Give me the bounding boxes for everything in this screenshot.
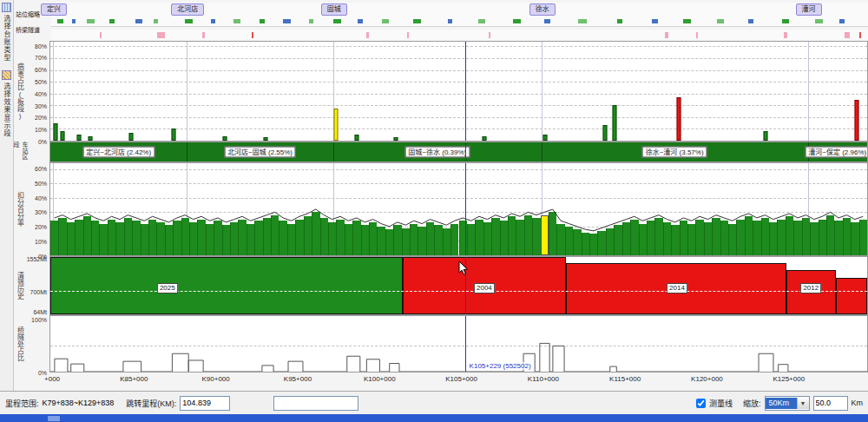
x-axis-row: +000K85+000K90+000K95+000K100+000K105+00…	[14, 373, 868, 388]
score-label-col: 扣分百分率	[14, 162, 26, 256]
gridline	[50, 94, 867, 95]
disease-bar	[263, 137, 267, 141]
station-tag[interactable]: 北河店	[171, 3, 204, 16]
measure-line[interactable]	[465, 163, 466, 255]
disease-bar	[222, 136, 227, 141]
x-axis-label: K115+000	[609, 375, 641, 383]
track-segment	[185, 19, 193, 23]
measure-line[interactable]	[465, 142, 466, 162]
bridge-y-axis: 0%100%	[26, 315, 49, 373]
disease-bar	[129, 133, 134, 141]
taskbar-app-icon[interactable]	[48, 416, 60, 421]
section-label: 徐水~漕河 (3.57%)	[642, 147, 707, 158]
track-segment	[333, 19, 341, 23]
track-segment	[260, 19, 265, 23]
track-segment	[513, 19, 521, 23]
x-axis-label: K125+000	[773, 375, 805, 383]
zoom-width-input[interactable]	[813, 396, 848, 411]
x-axis-label: K85+000	[120, 375, 148, 383]
y-tick-label: 100%	[31, 316, 47, 322]
station-boundary-line	[542, 42, 542, 141]
strip-row1-label: 站位缩略	[16, 10, 40, 18]
station-tag[interactable]: 固城	[321, 3, 347, 16]
secondary-input[interactable]	[273, 396, 358, 411]
station-strip-plot: 定兴北河店固城徐水漕河	[51, 3, 868, 41]
track-segment	[748, 19, 753, 23]
score-panel-label: 扣分百分率	[16, 192, 25, 227]
history-label-col: 清筛历史	[14, 256, 26, 315]
history-tick-label: 1552Mt	[27, 255, 47, 261]
station-boundary-line	[187, 42, 187, 141]
disease-bar	[603, 125, 608, 141]
disease-label-col: 病害占比(板段)	[14, 41, 26, 142]
track-segment	[617, 19, 622, 23]
bridge-label-col: 桥隧处占比	[14, 315, 26, 373]
y-tick-label: 60%	[35, 67, 47, 73]
disease-bar	[763, 131, 767, 141]
app-window: 选择台账类型 选择效果显示段 站位缩略 桥梁隧道 定兴北河店固城徐水漕河	[0, 0, 868, 422]
tab-effect-display[interactable]: 选择效果显示段	[2, 70, 11, 137]
y-tick-label: 20%	[35, 224, 47, 230]
station-tag[interactable]: 定兴	[41, 3, 67, 16]
measure-line-label: 测量线	[709, 398, 733, 409]
track-segment	[413, 19, 421, 23]
measure-line[interactable]	[465, 42, 466, 141]
section-boundary	[333, 142, 334, 162]
disease-bar	[542, 135, 547, 141]
track-segment	[233, 19, 240, 23]
disease-bar	[482, 136, 486, 141]
gridline	[50, 117, 867, 118]
chevron-down-icon: ▼	[797, 398, 809, 409]
unit-label: Km	[852, 399, 864, 407]
bridge-tunnel-mark	[100, 32, 102, 38]
bridge-tunnel-mark	[784, 32, 787, 38]
history-year-label: 2004	[474, 283, 495, 293]
section-label: 定兴~北河店 (2.42%)	[82, 147, 155, 158]
range-value: K79+838~K129+838	[43, 399, 115, 407]
bridge-tunnel-mark	[696, 32, 698, 38]
bridge-panel-label: 桥隧处占比	[16, 326, 25, 361]
panel-station-sections: 车站区段 定兴~北河店 (2.42%)北河店~固城 (2.55%)固城~徐水 (…	[14, 142, 868, 162]
disease-bar	[355, 135, 359, 141]
y-tick-label: 10%	[35, 239, 47, 245]
zoom-select[interactable]: 50Km ▼	[765, 396, 810, 411]
panel-disease-pct: 病害占比(板段) 0%10%20%30%40%50%60%70%80%	[14, 41, 868, 142]
history-tick-label: 64Mt	[33, 308, 47, 314]
section-label: 漕河~保定 (2.96%)	[805, 147, 868, 158]
disease-bar	[61, 131, 65, 141]
bridge-tunnel-mark	[366, 32, 370, 38]
bridge-tunnel-mark	[407, 32, 409, 38]
chart-rows: 站位缩略 桥梁隧道 定兴北河店固城徐水漕河 病害占比(板段) 0%10%20%3…	[14, 0, 868, 391]
bridge-tunnel-mark	[157, 32, 165, 38]
track-segment	[578, 19, 586, 23]
left-tab-strip: 选择台账类型 选择效果显示段	[0, 0, 14, 391]
measure-line[interactable]	[465, 316, 466, 372]
range-label: 里程范围:	[5, 398, 39, 409]
station-boundary-line	[808, 42, 809, 141]
station-tag[interactable]: 漕河	[796, 3, 822, 16]
history-year-label: 2025	[157, 283, 178, 293]
status-bar-right: 测量线 缩放: 50Km ▼ Km	[696, 396, 863, 411]
section-label: 北河店~固城 (2.55%)	[224, 147, 296, 158]
score-profile-line	[50, 163, 867, 255]
bridge-tunnel-mark	[252, 32, 253, 38]
zoom-label: 缩放:	[743, 398, 761, 409]
measure-line-checkbox[interactable]	[696, 399, 706, 408]
station-tag[interactable]: 徐水	[529, 3, 556, 16]
tab-effect-display-label: 选择效果显示段	[2, 82, 11, 137]
y-tick-label: 80%	[35, 43, 47, 49]
sections-y-axis	[26, 142, 49, 162]
xaxis-label-col	[14, 373, 26, 388]
measure-line[interactable]	[465, 257, 466, 314]
disease-bar	[394, 137, 398, 141]
y-tick-label: 40%	[35, 195, 47, 201]
status-bar: 里程范围: K79+838~K129+838 跳转里程(KM): 测量线 缩放:…	[0, 391, 868, 414]
track-segment	[57, 19, 64, 23]
history-segment	[836, 278, 867, 314]
history-panel-label: 清筛历史	[16, 272, 25, 300]
panel-history: 清筛历史 1552Mt700Mt64Mt 2025200420142012	[14, 256, 868, 315]
x-axis-label: K105+000	[445, 375, 477, 383]
jump-mileage-input[interactable]	[180, 396, 230, 411]
track-segment	[652, 19, 659, 23]
tab-ledger-type[interactable]: 选择台账类型	[2, 3, 11, 62]
